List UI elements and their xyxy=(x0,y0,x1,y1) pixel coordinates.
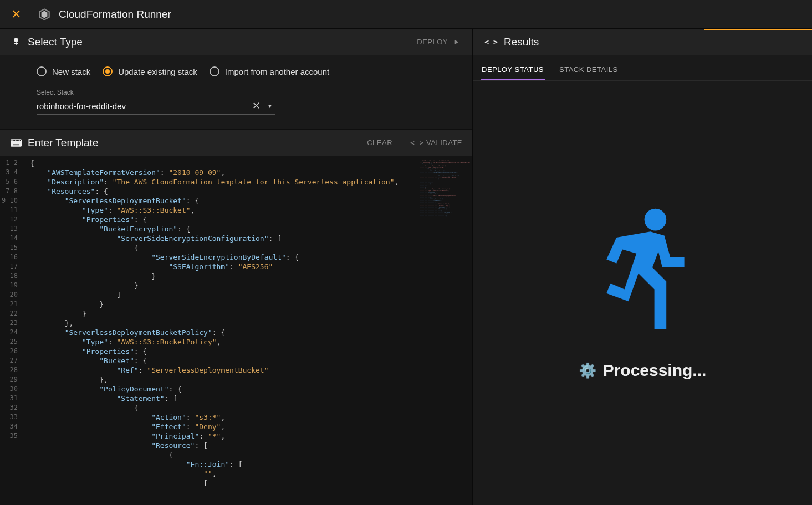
enter-template-title: Enter Template xyxy=(28,137,98,149)
app-title: CloudFormation Runner xyxy=(59,8,171,20)
select-type-title: Select Type xyxy=(28,36,83,48)
tab-stack-details[interactable]: STACK DETAILS xyxy=(558,62,619,80)
select-type-header: Select Type DEPLOY xyxy=(0,29,472,55)
minimap[interactable]: {····"AWSTemplateFormatVersion":·"2010-0… xyxy=(417,156,472,505)
radio-icon xyxy=(210,66,219,76)
radio-update-existing[interactable]: Update existing stack xyxy=(103,66,197,76)
app-logo-icon xyxy=(37,7,52,22)
svg-rect-5 xyxy=(17,140,18,141)
line-gutter: 1 2 3 4 5 6 7 8 9 10 11 12 13 14 15 16 1… xyxy=(0,156,23,505)
radio-label: Update existing stack xyxy=(118,67,197,76)
radio-label: Import from another account xyxy=(225,67,329,76)
enter-template-header: Enter Template — CLEAR < > VALIDATE xyxy=(0,130,472,156)
select-type-icon xyxy=(10,37,22,47)
stack-select-label: Select Stack xyxy=(37,89,462,96)
radio-icon xyxy=(103,66,113,76)
deploy-button[interactable]: DEPLOY xyxy=(417,38,462,46)
keyboard-icon xyxy=(10,138,22,147)
clear-input-icon[interactable]: ✕ xyxy=(248,100,265,112)
svg-point-9 xyxy=(645,209,667,231)
validate-label: VALIDATE xyxy=(426,138,462,147)
dropdown-caret-icon[interactable]: ▼ xyxy=(265,103,275,109)
stack-select-input[interactable] xyxy=(37,101,248,111)
svg-rect-8 xyxy=(13,144,19,145)
tab-deploy-status[interactable]: DEPLOY STATUS xyxy=(481,62,545,80)
results-title: Results xyxy=(504,36,539,48)
radio-icon xyxy=(37,66,47,76)
radio-new-stack[interactable]: New stack xyxy=(37,66,90,76)
svg-rect-1 xyxy=(12,140,13,141)
svg-rect-7 xyxy=(20,140,21,141)
gear-icon: ⚙️ xyxy=(579,362,596,379)
code-brackets-icon: < > xyxy=(485,38,497,46)
svg-rect-2 xyxy=(13,140,14,141)
processing-text: Processing... xyxy=(603,361,707,380)
clear-button[interactable]: — CLEAR xyxy=(353,138,392,147)
code-content[interactable]: { "AWSTemplateFormatVersion": "2010-09-0… xyxy=(23,156,417,505)
results-header: < > Results xyxy=(473,29,812,55)
code-icon: < > xyxy=(410,138,424,147)
running-person-icon xyxy=(593,206,692,339)
radio-import[interactable]: Import from another account xyxy=(210,66,329,76)
radio-label: New stack xyxy=(52,67,90,76)
clear-label: CLEAR xyxy=(367,138,392,147)
validate-button[interactable]: < > VALIDATE xyxy=(406,138,462,147)
accent-bar xyxy=(704,29,812,30)
minus-icon: — xyxy=(358,138,365,147)
svg-rect-6 xyxy=(18,140,19,141)
svg-rect-4 xyxy=(16,140,17,141)
results-tabs: DEPLOY STATUS STACK DETAILS xyxy=(473,55,812,81)
title-bar: ✕ CloudFormation Runner xyxy=(0,0,812,29)
results-body: ⚙️ Processing... xyxy=(473,81,812,505)
svg-rect-3 xyxy=(14,140,16,141)
deploy-label: DEPLOY xyxy=(417,38,448,46)
select-type-body: New stack Update existing stack Import f… xyxy=(0,55,472,130)
close-icon[interactable]: ✕ xyxy=(11,7,21,22)
code-editor[interactable]: 1 2 3 4 5 6 7 8 9 10 11 12 13 14 15 16 1… xyxy=(0,156,472,505)
